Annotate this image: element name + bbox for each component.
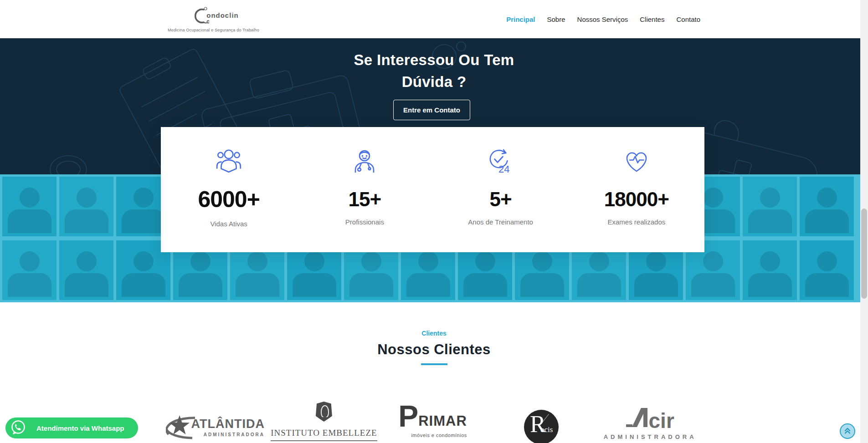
people-group-icon <box>161 148 297 178</box>
stats-card: 6000+ Vidas Ativas 15+ Profissionais <box>161 127 704 252</box>
person-photo-tile <box>59 240 113 300</box>
clients-eyebrow: Clientes <box>0 330 868 337</box>
atlantida-name: ATLÂNTIDA <box>191 417 265 431</box>
stat-value: 5+ <box>433 188 569 211</box>
person-photo-tile <box>743 177 797 236</box>
primar-sub: imóveis e condomínios <box>411 433 467 438</box>
nav-item-sobre[interactable]: Sobre <box>547 15 565 23</box>
acir-sub: ADMINISTRADORA <box>604 433 697 440</box>
stat-profissionais: 15+ Profissionais <box>297 127 432 252</box>
person-photo-tile <box>800 240 854 300</box>
main-nav: Principal Sobre Nossos Serviços Clientes… <box>506 15 700 23</box>
client-logo-acir: cir ADMINISTRADORA <box>596 400 704 443</box>
client-logo-rocis: R ocis <box>487 400 596 443</box>
stat-label: Exames realizados <box>569 218 704 226</box>
stat-label: Anos de Treinamento <box>433 218 569 226</box>
stat-label: Profissionais <box>297 218 432 226</box>
person-photo-tile <box>2 240 56 300</box>
acir-name: cir <box>649 412 674 430</box>
stat-anos-treinamento: 24 5+ Anos de Treinamento <box>433 127 569 252</box>
clients-title: Nossos Clientes <box>0 341 868 358</box>
condoclin-logo[interactable]: ondoclin Medicina Ocupacional e Seguranç… <box>168 6 259 32</box>
nav-item-contato[interactable]: Contato <box>676 15 700 23</box>
person-photo-tile <box>800 177 854 236</box>
person-photo-tile <box>59 177 113 236</box>
page-scrollbar-thumb[interactable] <box>861 209 867 299</box>
logo-wordmark: ondoclin <box>206 11 239 19</box>
entre-em-contato-button[interactable]: Entre em Contato <box>393 100 470 120</box>
nav-item-clientes[interactable]: Clientes <box>640 15 664 23</box>
whatsapp-label: Atendimento via Whatsapp <box>36 424 124 432</box>
atlantida-sub: ADMINISTRADORA <box>204 432 265 437</box>
rocis-circle-badge: R ocis <box>524 410 559 443</box>
hero-title-line2: Dúvida ? <box>402 73 467 90</box>
stat-value: 6000+ <box>161 186 297 213</box>
client-logo-atlantida: ATLÂNTIDA ADMINISTRADORA <box>161 400 270 443</box>
primar-initial: P <box>398 403 418 429</box>
page-scrollbar-track[interactable] <box>860 0 868 443</box>
atlantida-star-icon <box>166 412 195 443</box>
primar-name: RIMAR <box>418 413 467 429</box>
hero-title: Se Interessou Ou Tem Dúvida ? <box>0 49 868 93</box>
nav-item-principal[interactable]: Principal <box>506 15 535 23</box>
acir-a-icon <box>626 406 650 430</box>
doctor-icon <box>297 148 432 178</box>
main-header: ondoclin Medicina Ocupacional e Seguranç… <box>0 0 868 38</box>
double-chevron-up-icon <box>843 427 852 436</box>
nav-item-nossos-servicos[interactable]: Nossos Serviços <box>577 15 628 23</box>
whatsapp-icon <box>10 419 26 437</box>
title-divider <box>421 363 447 365</box>
person-photo-tile <box>2 177 56 236</box>
client-logo-primar: PRIMAR imóveis e condomínios <box>378 400 487 443</box>
stat-exames-realizados: 18000+ Exames realizados <box>569 127 704 252</box>
heart-pulse-icon <box>569 148 704 178</box>
whatsapp-chat-button[interactable]: Atendimento via Whatsapp <box>5 418 138 438</box>
stat-value: 15+ <box>297 188 432 211</box>
logo-tagline: Medicina Ocupacional e Segurança do Trab… <box>168 28 259 32</box>
person-photo-tile <box>743 240 797 300</box>
hero-title-line1: Se Interessou Ou Tem <box>354 51 514 68</box>
stat-label: Vidas Ativas <box>161 220 297 228</box>
client-logos-row: ATLÂNTIDA ADMINISTRADORA INSTITUTO EMBEL… <box>161 400 704 443</box>
embelleze-name: INSTITUTO EMBELLEZE <box>271 428 377 441</box>
scroll-to-top-button[interactable] <box>840 423 855 439</box>
stat-vidas-ativas: 6000+ Vidas Ativas <box>161 127 297 252</box>
clock-24-icon: 24 <box>433 148 569 178</box>
stat-value: 18000+ <box>569 188 704 211</box>
svg-text:24: 24 <box>498 163 509 175</box>
header-inner: ondoclin Medicina Ocupacional e Seguranç… <box>168 0 700 38</box>
client-logo-instituto-embelleze: INSTITUTO EMBELLEZE <box>270 400 379 443</box>
embelleze-crest-icon <box>316 402 332 422</box>
